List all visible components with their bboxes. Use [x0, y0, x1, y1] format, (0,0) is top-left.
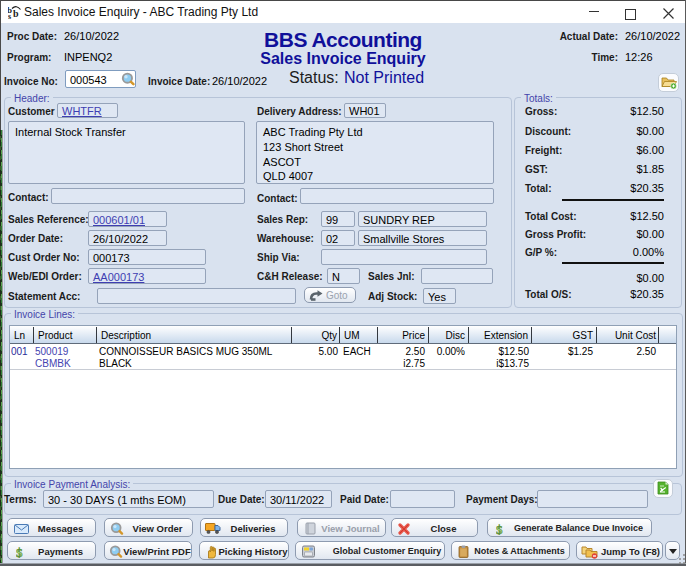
- svg-text:$: $: [496, 522, 503, 535]
- svg-text:s: s: [8, 12, 11, 19]
- svg-text:$: $: [16, 545, 23, 558]
- svg-text:b: b: [13, 8, 19, 19]
